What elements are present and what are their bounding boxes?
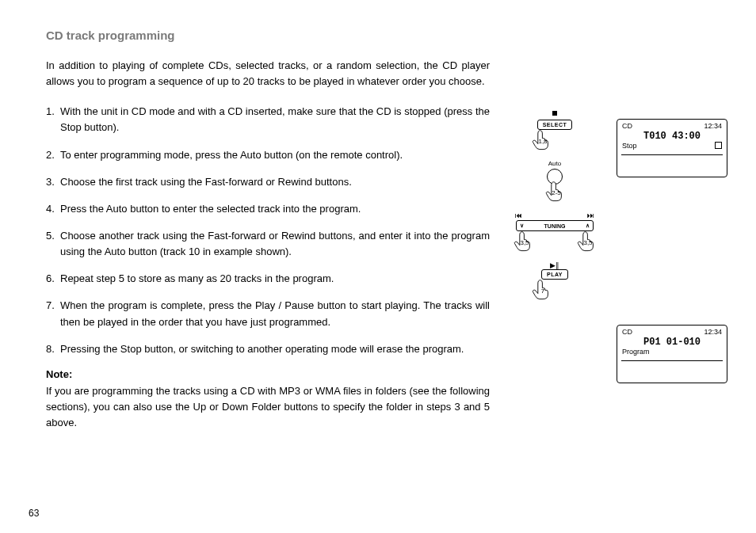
step-text: Press the Auto button to enter the selec… <box>60 201 490 217</box>
intro-paragraph: In addition to playing of complete CDs, … <box>46 58 490 89</box>
step-1: 1. With the unit in CD mode and with a C… <box>46 104 490 135</box>
prev-track-icon: ⏮ <box>515 211 522 219</box>
step-5: 5. Choose another track using the Fast-f… <box>46 228 490 260</box>
step-text: Choose the first track using the Fast-fo… <box>60 174 490 190</box>
step-text: When the program is complete, press the … <box>60 298 490 329</box>
note-label: Note: <box>46 368 490 380</box>
step-number: 6. <box>46 271 60 287</box>
step-text: Repeat step 5 to store as many as 20 tra… <box>60 271 490 287</box>
step-text: To enter programming mode, press the Aut… <box>60 147 490 163</box>
lcd-status: Program <box>622 348 650 356</box>
lcd-clock: 12:34 <box>704 122 722 130</box>
step-number: 4. <box>46 201 60 217</box>
step-7: 7. When the program is complete, press t… <box>46 298 490 329</box>
diagram-auto: Auto 2-5 <box>507 160 602 202</box>
step-text: Choose another track using the Fast-forw… <box>60 228 490 260</box>
step-ref: 3,5 <box>576 239 600 246</box>
step-number: 1. <box>46 104 60 135</box>
step-number: 8. <box>46 341 60 357</box>
auto-label: Auto <box>507 160 602 167</box>
step-text: Pressing the Stop button, or switching t… <box>60 341 490 357</box>
section-heading: CD track programming <box>46 29 734 42</box>
up-icon: ∧ <box>586 223 590 229</box>
step-number: 7. <box>46 298 60 329</box>
lcd-clock: 12:34 <box>704 328 722 336</box>
step-ref: 3,5 <box>513 239 536 246</box>
down-icon: ∨ <box>520 223 524 229</box>
step-6: 6. Repeat step 5 to store as many as 20 … <box>46 271 490 287</box>
step-ref: 1,8 <box>531 138 555 145</box>
lcd-track-info: T010 43:00 <box>621 131 723 142</box>
next-track-icon: ⏭ <box>587 211 594 219</box>
diagram-play: ▶∥ PLAY 7 <box>507 261 602 300</box>
lcd-mode: CD <box>622 122 632 130</box>
diagram-select: SELECT 1,8 <box>507 111 602 150</box>
lcd-status: Stop <box>622 142 637 150</box>
step-number: 2. <box>46 147 60 163</box>
stop-icon <box>552 111 557 116</box>
lcd-display-program: CD 12:34 P01 01-010 Program <box>617 325 727 383</box>
step-number: 3. <box>46 174 60 190</box>
hand-icon: 1,8 <box>529 128 553 150</box>
play-pause-icon: ▶∥ <box>507 261 602 269</box>
lcd-program-info: P01 01-010 <box>621 337 723 348</box>
step-ref: 2-5 <box>544 189 568 196</box>
tuning-label: TUNING <box>544 223 566 229</box>
lcd-divider <box>621 360 723 380</box>
lcd-mode: CD <box>622 328 632 336</box>
hand-icon: 7 <box>529 278 553 300</box>
step-ref: 7 <box>531 287 555 295</box>
diagram-tuning: ⏮ ⏭ ∨ TUNING ∧ 3,5 3,5 <box>507 211 602 252</box>
stop-glyph-icon <box>715 142 722 149</box>
button-diagrams: SELECT 1,8 Auto 2-5 ⏮ ⏭ <box>507 111 602 310</box>
step-2: 2. To enter programming mode, press the … <box>46 147 490 163</box>
page-number: 63 <box>29 508 39 519</box>
step-4: 4. Press the Auto button to enter the se… <box>46 201 490 217</box>
hand-icon: 3,5 <box>575 230 598 252</box>
step-number: 5. <box>46 228 60 260</box>
lcd-divider <box>621 154 723 174</box>
hand-icon: 2-5 <box>543 180 567 202</box>
note-text: If you are programming the tracks using … <box>46 383 490 431</box>
hand-icon: 3,5 <box>511 230 535 252</box>
step-3: 3. Choose the first track using the Fast… <box>46 174 490 190</box>
lcd-display-stop: CD 12:34 T010 43:00 Stop <box>617 119 727 177</box>
steps-list: 1. With the unit in CD mode and with a C… <box>46 104 490 431</box>
step-text: With the unit in CD mode and with a CD i… <box>60 104 490 135</box>
step-8: 8. Pressing the Stop button, or switchin… <box>46 341 490 357</box>
